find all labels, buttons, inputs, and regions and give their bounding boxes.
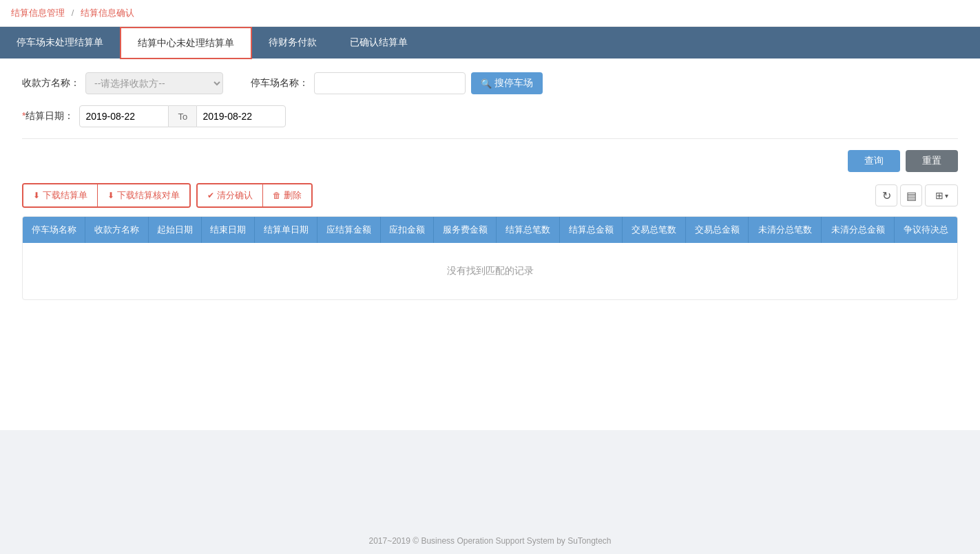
table-wrapper: 停车场名称 收款方名称 起始日期 结束日期 结算单日期 应结算金额 应扣金额 服… (22, 216, 958, 300)
download-icon-2: ⬇ (107, 191, 114, 200)
filter-row-2: *结算日期： To (22, 105, 958, 127)
col-payee-name: 收款方名称 (85, 217, 149, 243)
download-button-group: ⬇ 下载结算单 ⬇ 下载结算核对单 (22, 183, 191, 208)
date-label: *结算日期： (22, 110, 74, 122)
tabs-bar: 停车场未处理结算单 结算中心未处理结算单 待财务付款 已确认结算单 (0, 27, 980, 58)
delete-button[interactable]: 🗑 删除 (263, 184, 311, 206)
parking-input[interactable] (314, 72, 466, 94)
col-end-date: 结束日期 (201, 217, 254, 243)
filter-row-1: 收款方名称： --请选择收款方-- 停车场名称： 🔍 搜停车场 (22, 72, 958, 94)
breadcrumb: 结算信息管理 / 结算信息确认 (0, 0, 980, 27)
reset-button[interactable]: 重置 (906, 150, 958, 172)
filter-divider (22, 138, 958, 139)
search-parking-button[interactable]: 🔍 搜停车场 (471, 72, 543, 94)
empty-message: 没有找到匹配的记录 (23, 243, 957, 299)
col-bill-total: 结算总金额 (559, 217, 623, 243)
col-due-amount: 应结算金额 (317, 217, 381, 243)
grid-view-button[interactable]: ⊞ ▾ (925, 184, 958, 206)
delete-icon: 🗑 (273, 191, 281, 200)
table-icon: ▤ (906, 189, 917, 202)
main-content: 收款方名称： --请选择收款方-- 停车场名称： 🔍 搜停车场 *结算日期： T… (0, 58, 980, 430)
query-button[interactable]: 查询 (848, 150, 900, 172)
breadcrumb-current: 结算信息确认 (81, 8, 134, 18)
parking-label: 停车场名称： (251, 77, 309, 89)
col-tx-count: 交易总笔数 (623, 217, 686, 243)
tab-pending-payment[interactable]: 待财务付款 (252, 27, 333, 58)
download-audit-label: 下载结算核对单 (117, 189, 180, 202)
col-tx-total: 交易总金额 (685, 217, 749, 243)
refresh-button[interactable]: ↻ (875, 184, 897, 206)
search-icon: 🔍 (481, 78, 492, 89)
payee-select[interactable]: --请选择收款方-- (85, 72, 223, 94)
tab-confirmed[interactable]: 已确认结算单 (333, 27, 424, 58)
col-bill-count: 结算总笔数 (497, 217, 560, 243)
table-header-row: 停车场名称 收款方名称 起始日期 结束日期 结算单日期 应结算金额 应扣金额 服… (23, 217, 957, 243)
payee-filter: 收款方名称： --请选择收款方-- (22, 72, 223, 94)
date-separator: To (169, 105, 196, 127)
payee-label: 收款方名称： (22, 77, 80, 89)
col-start-date: 起始日期 (148, 217, 201, 243)
date-to-input[interactable] (196, 105, 286, 127)
tab-unprocessed-parking[interactable]: 停车场未处理结算单 (0, 27, 120, 58)
parking-filter: 停车场名称： 🔍 搜停车场 (251, 72, 543, 94)
col-uncleared-total: 未清分总金额 (822, 217, 895, 243)
download-audit-button[interactable]: ⬇ 下载结算核对单 (98, 184, 189, 206)
download-icon-1: ⬇ (33, 191, 40, 200)
footer-text: 2017~2019 © Business Operation Support S… (368, 536, 611, 546)
col-dispute: 争议待决总 (895, 217, 957, 243)
col-bill-date: 结算单日期 (254, 217, 317, 243)
action-left: ⬇ 下载结算单 ⬇ 下载结算核对单 ✔ 清分确认 🗑 删除 (22, 183, 313, 208)
tab-unprocessed-center[interactable]: 结算中心未处理结算单 (120, 27, 252, 59)
download-bill-button[interactable]: ⬇ 下载结算单 (23, 184, 98, 206)
col-uncleared-count: 未清分总笔数 (749, 217, 822, 243)
breadcrumb-parent-link[interactable]: 结算信息管理 (11, 8, 65, 18)
confirm-clear-button[interactable]: ✔ 清分确认 (198, 184, 263, 206)
refresh-icon: ↻ (882, 189, 891, 202)
col-parking-name: 停车场名称 (23, 217, 85, 243)
confirm-delete-group: ✔ 清分确认 🗑 删除 (196, 183, 313, 208)
date-range: To (79, 105, 286, 127)
date-from-input[interactable] (79, 105, 169, 127)
action-bar: ⬇ 下载结算单 ⬇ 下载结算核对单 ✔ 清分确认 🗑 删除 (22, 183, 958, 208)
data-table: 停车场名称 收款方名称 起始日期 结束日期 结算单日期 应结算金额 应扣金额 服… (23, 217, 957, 299)
action-right: ↻ ▤ ⊞ ▾ (875, 184, 958, 206)
confirm-icon: ✔ (207, 191, 214, 200)
page-footer: 2017~2019 © Business Operation Support S… (0, 528, 980, 554)
search-parking-label: 搜停车场 (494, 77, 533, 89)
grid-icon: ⊞ (935, 190, 943, 201)
col-service-fee: 服务费金额 (433, 217, 497, 243)
breadcrumb-separator: / (72, 8, 74, 18)
query-action-row: 查询 重置 (22, 150, 958, 172)
chevron-down-icon: ▾ (945, 192, 948, 200)
empty-row: 没有找到匹配的记录 (23, 243, 957, 299)
confirm-clear-label: 清分确认 (217, 189, 253, 202)
table-view-button[interactable]: ▤ (900, 184, 922, 206)
download-bill-label: 下载结算单 (43, 189, 87, 202)
col-deduct-amount: 应扣金额 (380, 217, 433, 243)
delete-label: 删除 (284, 189, 302, 202)
